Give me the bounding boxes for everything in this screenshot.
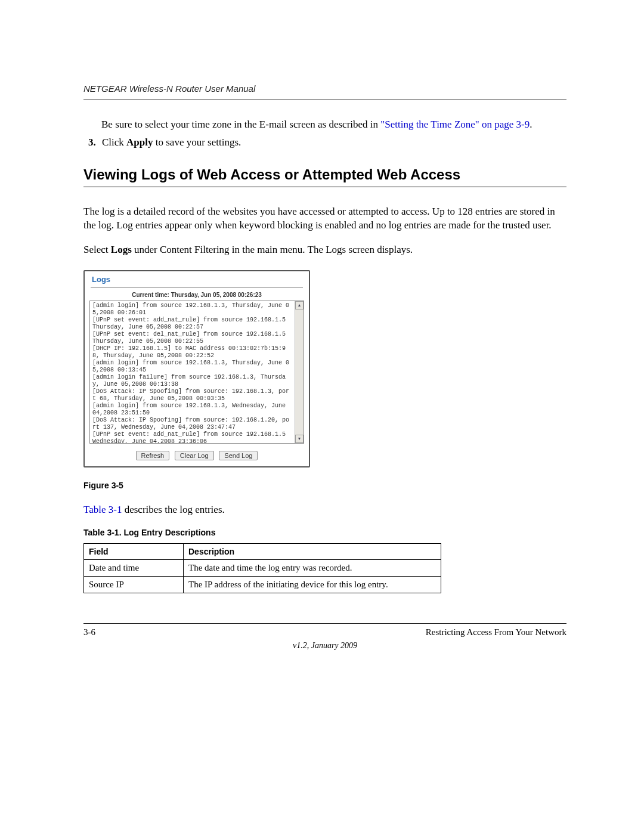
- refresh-button[interactable]: Refresh: [136, 451, 170, 460]
- cell-field: Date and time: [84, 559, 184, 576]
- logs-word: Logs: [111, 244, 132, 255]
- current-time-label: Current time: Thursday, Jun 05, 2008 00:…: [85, 290, 309, 301]
- send-log-button[interactable]: Send Log: [219, 451, 258, 460]
- table-reference-link[interactable]: Table 3-1: [83, 504, 122, 515]
- step-3: 3. Click Apply to save your settings.: [88, 137, 566, 148]
- logs-title-rule: [91, 287, 303, 288]
- step-number: 3.: [88, 137, 96, 148]
- footer-version: v1.2, January 2009: [83, 641, 566, 651]
- th-description: Description: [184, 543, 441, 559]
- section-heading: Viewing Logs of Web Access or Attempted …: [83, 166, 566, 183]
- scroll-up-icon[interactable]: ▴: [295, 301, 304, 309]
- tz-text-before: Be sure to select your time zone in the …: [101, 119, 380, 130]
- table-header-row: Field Description: [84, 543, 441, 559]
- table-intro-after: describes the log entries.: [122, 504, 224, 515]
- para2-before: Select: [83, 244, 111, 255]
- step-text-after: to save your settings.: [153, 137, 242, 148]
- apply-word: Apply: [126, 137, 153, 148]
- running-header: NETGEAR Wireless-N Router User Manual: [83, 83, 566, 100]
- logs-button-row: Refresh Clear Log Send Log: [85, 451, 309, 460]
- scroll-down-icon[interactable]: ▾: [295, 435, 304, 443]
- step-text-before: Click: [102, 137, 126, 148]
- table-title: Table 3-1. Log Entry Descriptions: [83, 528, 566, 537]
- paragraph-1: The log is a detailed record of the webs…: [83, 205, 566, 233]
- section-rule: [83, 187, 566, 187]
- th-field: Field: [84, 543, 184, 559]
- figure-caption: Figure 3-5: [83, 481, 566, 490]
- table-intro: Table 3-1 describes the log entries.: [83, 503, 566, 517]
- page-footer: 3-6 Restricting Access From Your Network…: [83, 623, 566, 651]
- table-row: Date and time The date and time the log …: [84, 559, 441, 576]
- footer-section-title: Restricting Access From Your Network: [426, 627, 566, 637]
- log-text: [admin login] from source 192.168.1.3, T…: [90, 301, 295, 443]
- log-scrollbar[interactable]: ▴ ▾: [295, 301, 304, 443]
- clear-log-button[interactable]: Clear Log: [175, 451, 214, 460]
- table-row: Source IP The IP address of the initiati…: [84, 576, 441, 593]
- cell-field: Source IP: [84, 576, 184, 593]
- cell-description: The date and time the log entry was reco…: [184, 559, 441, 576]
- tz-text-after: .: [530, 119, 532, 130]
- paragraph-2: Select Logs under Content Filtering in t…: [83, 243, 566, 257]
- para2-after: under Content Filtering in the main menu…: [132, 244, 413, 255]
- logs-screenshot: Logs Current time: Thursday, Jun 05, 200…: [83, 270, 310, 467]
- log-area: [admin login] from source 192.168.1.3, T…: [89, 301, 304, 444]
- cell-description: The IP address of the initiating device …: [184, 576, 441, 593]
- tz-paragraph: Be sure to select your time zone in the …: [101, 118, 566, 132]
- logs-panel-title: Logs: [85, 271, 309, 286]
- setting-time-zone-link[interactable]: "Setting the Time Zone" on page 3-9: [380, 119, 530, 130]
- footer-rule: [83, 623, 566, 624]
- footer-page-number: 3-6: [83, 627, 95, 637]
- log-entry-table: Field Description Date and time The date…: [83, 543, 441, 593]
